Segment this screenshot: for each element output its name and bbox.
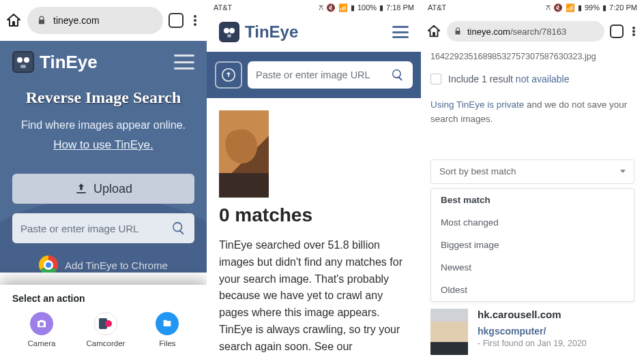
camcorder-icon (94, 312, 117, 335)
not-available-link[interactable]: not available (516, 74, 570, 84)
sort-options-menu: Best match Most changed Biggest image Ne… (430, 188, 634, 302)
search-image-thumbnail (219, 110, 269, 198)
carrier-label: AT&T (214, 3, 232, 12)
screenshot-pane-2: AT&T ⚻ 🔇 📶 ▮ 100% ▮ 7:18 PM TinEye Paste… (207, 0, 421, 357)
status-bar: AT&T ⚻ 🔇 📶 ▮ 100% ▮ 7:18 PM (207, 0, 421, 15)
signal-icon: ▮ (351, 4, 355, 12)
url-placeholder: Paste or enter image URL (256, 69, 370, 80)
address-bar[interactable]: tineye.com/search/78163 (447, 21, 604, 42)
lock-icon (454, 27, 462, 35)
url-input[interactable]: Paste or enter image URL (248, 61, 413, 89)
battery-icon: ▮ (379, 4, 383, 12)
browser-toolbar: tineye.com (0, 0, 207, 41)
add-to-chrome-row[interactable]: Add TinEye to Chrome (12, 255, 194, 273)
sort-dropdown[interactable]: Sort by best match (430, 159, 634, 184)
chrome-add-label: Add TinEye to Chrome (65, 260, 168, 271)
robot-icon (219, 22, 239, 42)
action-camcorder[interactable]: Camcorder (87, 312, 126, 347)
sort-option-best-match[interactable]: Best match (431, 189, 634, 211)
browser-toolbar: tineye.com/search/78163 (421, 16, 644, 46)
brand-name: TinEye (40, 52, 98, 73)
battery-label: 100% (357, 3, 377, 12)
home-icon[interactable] (5, 12, 22, 29)
time-label: 7:20 PM (609, 3, 637, 12)
wifi-icon: 📶 (566, 4, 575, 12)
files-icon (156, 312, 179, 335)
sort-option-biggest-image[interactable]: Biggest image (431, 234, 634, 256)
mute-icon: 🔇 (326, 4, 336, 12)
sort-option-most-changed[interactable]: Most changed (431, 211, 634, 234)
action-camera[interactable]: Camera (28, 312, 56, 347)
hero-heading: Reverse Image Search (12, 89, 194, 107)
chevron-down-icon (620, 170, 626, 173)
screenshot-pane-1: tineye.com TinEye Reverse Image Search F… (0, 0, 207, 357)
no-results-body: TinEye searched over 51.8 billion images… (219, 237, 409, 356)
hamburger-menu-icon[interactable] (174, 55, 194, 69)
address-text: tineye.com (53, 15, 100, 26)
camera-icon (30, 312, 53, 335)
matches-heading: 0 matches (219, 204, 421, 226)
robot-icon (12, 51, 34, 73)
status-bar: AT&T ⚻ 🔇 📶 ▮ 99% ▮ 7:20 PM (421, 0, 644, 15)
signal-icon: ▮ (578, 4, 582, 12)
wifi-icon: 📶 (338, 4, 348, 12)
hero-tagline: Find where images appear online. (12, 119, 194, 131)
image-filename: 164229235168985327573075876303​23.jpg (430, 52, 634, 61)
upload-button[interactable]: Upload (12, 174, 194, 204)
tineye-logo[interactable]: TinEye (12, 51, 98, 73)
bluetooth-icon: ⚻ (546, 4, 551, 12)
time-label: 7:18 PM (386, 3, 414, 12)
result-domain[interactable]: hk.carousell.com (478, 309, 634, 320)
result-thumbnail[interactable] (430, 309, 468, 355)
chrome-icon (39, 255, 58, 273)
mute-icon: 🔇 (553, 4, 563, 12)
carrier-label: AT&T (428, 3, 446, 12)
how-to-link[interactable]: How to use TinEye. (12, 138, 194, 152)
url-input[interactable]: Paste or enter image URL (12, 213, 194, 243)
include-unavailable-row[interactable]: Include 1 result not available (430, 74, 634, 84)
battery-icon: ▮ (602, 4, 606, 12)
battery-label: 99% (585, 3, 600, 12)
lock-icon (37, 16, 46, 25)
address-bar[interactable]: tineye.com (27, 7, 163, 34)
action-sheet: Select an action Camera Camcorder Files (0, 285, 207, 357)
sort-option-oldest[interactable]: Oldest (431, 279, 634, 301)
search-bar-section: Paste or enter image URL (207, 52, 421, 98)
checkbox[interactable] (430, 74, 441, 84)
action-label: Files (159, 339, 175, 347)
upload-button[interactable] (215, 61, 242, 89)
brand-name: TinEye (245, 22, 298, 42)
hamburger-menu-icon[interactable] (392, 26, 409, 38)
sort-label: Sort by best match (439, 166, 516, 176)
action-files[interactable]: Files (156, 312, 179, 347)
home-icon[interactable] (426, 24, 441, 39)
action-label: Camera (28, 339, 56, 347)
address-text: tineye.com/search/78163 (467, 27, 566, 37)
upload-label: Upload (93, 182, 132, 196)
privacy-link[interactable]: Using TinEye is private (430, 99, 524, 110)
result-row: hk.carousell.com hkgscomputer/ - First f… (430, 309, 634, 357)
overflow-menu-icon[interactable] (629, 25, 639, 38)
action-sheet-title: Select an action (12, 293, 194, 304)
search-icon[interactable] (391, 68, 405, 82)
overflow-menu-icon[interactable] (189, 12, 201, 29)
result-path-link[interactable]: hkgscomputer/ (478, 326, 634, 337)
page-header: TinEye (207, 15, 421, 46)
result-first-found: - First found on Jan 19, 2020 (478, 339, 634, 348)
tab-count-icon[interactable] (610, 25, 624, 38)
search-icon[interactable] (171, 221, 186, 236)
sort-option-newest[interactable]: Newest (431, 256, 634, 279)
tineye-logo[interactable]: TinEye (219, 22, 298, 42)
screenshot-pane-3: AT&T ⚻ 🔇 📶 ▮ 99% ▮ 7:20 PM tineye.com/se… (421, 0, 644, 357)
privacy-note: Using TinEye is private and we do not sa… (430, 98, 634, 127)
url-placeholder: Paste or enter image URL (20, 223, 138, 234)
include-label: Include 1 result not available (448, 74, 569, 84)
bluetooth-icon: ⚻ (319, 4, 323, 12)
action-label: Camcorder (87, 339, 126, 347)
upload-icon (221, 67, 236, 82)
tab-count-icon[interactable] (169, 13, 184, 28)
upload-icon (74, 182, 88, 196)
hero-section: TinEye Reverse Image Search Find where i… (0, 41, 207, 273)
